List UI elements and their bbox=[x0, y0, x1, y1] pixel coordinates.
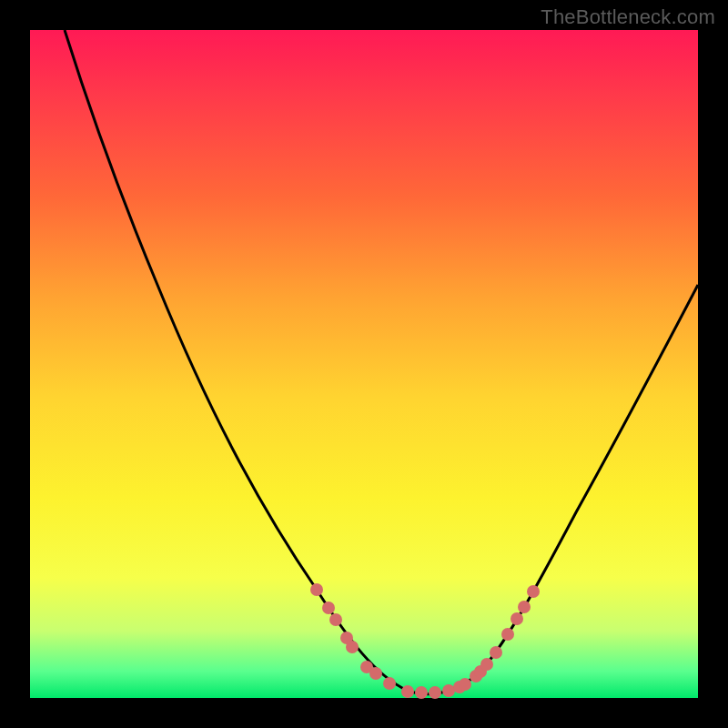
watermark-text: TheBottleneck.com bbox=[541, 5, 715, 29]
plot-gradient-background bbox=[30, 30, 698, 698]
chart-frame: TheBottleneck.com bbox=[0, 0, 728, 728]
